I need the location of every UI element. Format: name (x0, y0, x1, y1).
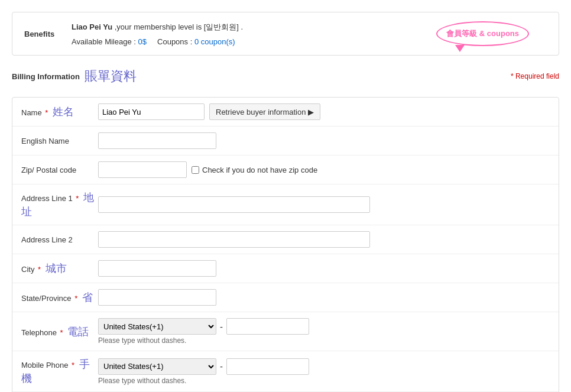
required-text: Required field (515, 72, 559, 80)
coupons-label: Coupons : (157, 37, 194, 46)
mobile-field-wrapper: United States(+1) China(+86) Taiwan(+886… (98, 358, 550, 385)
telephone-number-input[interactable] (226, 318, 309, 335)
state-field (98, 289, 550, 306)
zip-checkbox-label[interactable]: Check if you do not have zip code (192, 166, 317, 174)
mobile-row: Mobile Phone * 手機 United States(+1) Chin… (12, 351, 559, 392)
mobile-label: Mobile Phone * 手機 (21, 357, 98, 385)
address1-field (98, 196, 550, 213)
mobile-inputs: United States(+1) China(+86) Taiwan(+886… (98, 358, 550, 375)
address1-label: Address Line 1 * 地址 (21, 190, 98, 219)
name-row: Name * 姓名 Retrieve buyer information ▶ (12, 98, 559, 127)
telephone-separator: - (220, 322, 223, 332)
city-row: City * 城市 (12, 254, 559, 283)
zip-checkbox-text: Check if you do not have zip code (202, 166, 317, 174)
zip-input[interactable] (98, 161, 187, 178)
name-chinese: 姓名 (53, 106, 74, 118)
coupons-value[interactable]: 0 coupon(s) (194, 37, 235, 46)
mileage-value[interactable]: 0$ (138, 37, 147, 46)
required-star: * (511, 72, 514, 80)
english-name-row: English Name (12, 127, 559, 155)
address1-input[interactable] (98, 196, 370, 213)
required-note: * Required field (511, 72, 559, 80)
english-name-field (98, 132, 550, 149)
billing-chinese-label: 賬單資料 (85, 67, 137, 85)
zip-checkbox[interactable] (192, 166, 199, 174)
page-wrapper: Benefits Liao Pei Yu ,your membership le… (0, 0, 571, 392)
address1-row: Address Line 1 * 地址 (12, 184, 559, 225)
member-text: ,your membership level is [일반회원] . (115, 22, 243, 31)
name-label: Name * 姓名 (21, 105, 98, 119)
mileage-line: Available Mileage : 0$ Coupons : 0 coupo… (72, 37, 436, 46)
mobile-hint: Please type without dashes. (98, 377, 550, 385)
state-row: State/Province * 省 (12, 283, 559, 312)
benefits-content: Liao Pei Yu ,your membership level is [일… (72, 22, 436, 46)
mobile-country-select[interactable]: United States(+1) China(+86) Taiwan(+886… (98, 358, 216, 375)
name-field: Retrieve buyer information ▶ (98, 103, 550, 120)
billing-title-group: Billing Information 賬單資料 (12, 67, 137, 85)
telephone-inputs: United States(+1) China(+86) Taiwan(+886… (98, 318, 550, 335)
member-name: Liao Pei Yu (72, 22, 112, 31)
city-field (98, 260, 550, 277)
billing-header: Billing Information 賬單資料 * Required fiel… (12, 67, 559, 88)
member-line: Liao Pei Yu ,your membership level is [일… (72, 22, 436, 33)
mobile-separator: - (220, 361, 223, 371)
english-name-label: English Name (21, 137, 98, 145)
city-input[interactable] (98, 260, 216, 277)
city-chinese: 城市 (46, 263, 67, 274)
billing-section-label: Billing Information (12, 72, 80, 81)
english-name-input[interactable] (98, 132, 216, 149)
telephone-hint: Please type without dashes. (98, 336, 550, 345)
telephone-country-select[interactable]: United States(+1) China(+86) Taiwan(+886… (98, 318, 216, 335)
state-chinese: 省 (82, 291, 93, 303)
state-label: State/Province * 省 (21, 290, 98, 304)
address2-label: Address Line 2 (21, 235, 98, 244)
telephone-field-wrapper: United States(+1) China(+86) Taiwan(+886… (98, 318, 550, 345)
bubble-annotation: 會員等級 & coupons (436, 21, 529, 46)
address2-input[interactable] (98, 231, 370, 248)
address2-row: Address Line 2 (12, 225, 559, 254)
telephone-chinese: 電話 (67, 326, 89, 338)
bubble: 會員等級 & coupons (436, 21, 529, 46)
telephone-label: Telephone * 電話 (21, 325, 98, 339)
telephone-row: Telephone * 電話 United States(+1) China(+… (12, 312, 559, 351)
address2-field (98, 231, 550, 248)
zip-field: Check if you do not have zip code (98, 161, 550, 178)
city-label: City * 城市 (21, 261, 98, 276)
billing-form: Name * 姓名 Retrieve buyer information ▶ E… (12, 97, 559, 392)
zip-label: Zip/ Postal code (21, 166, 98, 174)
name-input[interactable] (98, 103, 205, 120)
zip-row: Zip/ Postal code Check if you do not hav… (12, 155, 559, 184)
benefits-section: Benefits Liao Pei Yu ,your membership le… (12, 12, 559, 56)
mobile-number-input[interactable] (226, 358, 309, 375)
mileage-label: Available Mileage : (72, 37, 138, 46)
retrieve-buyer-button[interactable]: Retrieve buyer information ▶ (209, 103, 320, 120)
benefits-label: Benefits (24, 30, 54, 38)
state-input[interactable] (98, 289, 216, 306)
